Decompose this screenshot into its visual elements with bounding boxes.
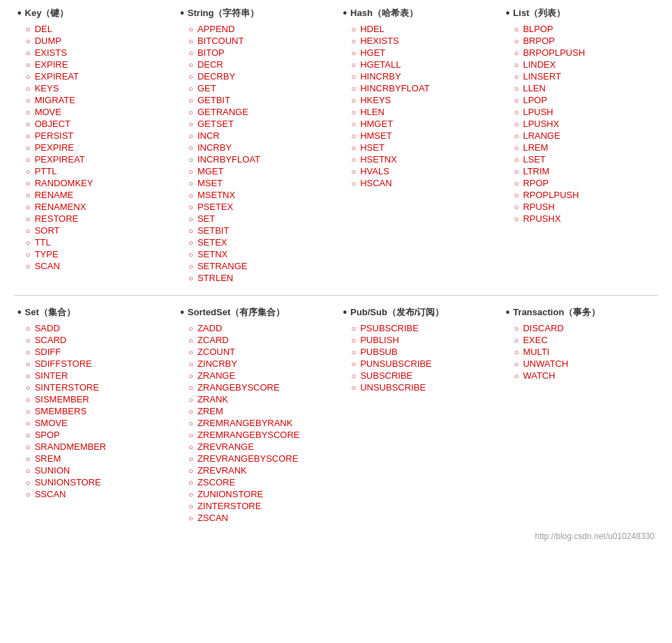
cmd-item[interactable]: STRLEN <box>188 273 332 283</box>
cmd-item[interactable]: HSET <box>352 142 495 153</box>
cmd-item[interactable]: ZREVRANGEBYSCORE <box>188 453 332 464</box>
cmd-item[interactable]: SMEMBERS <box>26 406 170 416</box>
cmd-item[interactable]: ZREMRANGEBYSCORE <box>188 430 332 440</box>
cmd-item[interactable]: ZSCAN <box>188 513 332 523</box>
cmd-item[interactable]: SUBSCRIBE <box>352 370 495 381</box>
cmd-item[interactable]: SDIFFSTORE <box>26 358 170 369</box>
cmd-item[interactable]: HVALS <box>352 166 495 176</box>
cmd-item[interactable]: SUNIONSTORE <box>26 477 170 487</box>
cmd-item[interactable]: SREM <box>26 453 170 464</box>
cmd-item[interactable]: ZREVRANGE <box>188 441 332 452</box>
cmd-item[interactable]: ZRANK <box>188 394 332 404</box>
cmd-item[interactable]: ZRANGEBYSCORE <box>188 382 332 393</box>
cmd-item[interactable]: SETNX <box>188 249 332 259</box>
cmd-item[interactable]: BITOP <box>188 47 332 58</box>
cmd-item[interactable]: LPUSHX <box>514 119 658 129</box>
cmd-item[interactable]: DECRBY <box>188 71 332 82</box>
cmd-item[interactable]: BITCOUNT <box>188 36 332 46</box>
cmd-item[interactable]: RPUSH <box>514 202 658 212</box>
cmd-item[interactable]: LRANGE <box>514 130 658 141</box>
cmd-item[interactable]: PUBLISH <box>352 335 495 345</box>
cmd-item[interactable]: EXEC <box>514 335 658 345</box>
cmd-item[interactable]: PSETEX <box>188 202 332 212</box>
cmd-item[interactable]: SINTERSTORE <box>26 382 170 393</box>
cmd-item[interactable]: SETRANGE <box>188 261 332 271</box>
cmd-item[interactable]: ZSCORE <box>188 477 332 487</box>
cmd-item[interactable]: HMGET <box>352 119 495 129</box>
cmd-item[interactable]: MSET <box>188 178 332 188</box>
cmd-item[interactable]: BRPOPLPUSH <box>514 47 658 58</box>
cmd-item[interactable]: ZREVRANK <box>188 465 332 476</box>
cmd-item[interactable]: EXPIRE <box>26 59 170 70</box>
cmd-item[interactable]: RESTORE <box>26 213 170 224</box>
cmd-item[interactable]: SADD <box>26 323 170 333</box>
cmd-item[interactable]: ZINTERSTORE <box>188 501 332 511</box>
cmd-item[interactable]: SPOP <box>26 430 170 440</box>
cmd-item[interactable]: DUMP <box>26 36 170 46</box>
cmd-item[interactable]: EXISTS <box>26 47 170 58</box>
cmd-item[interactable]: GETBIT <box>188 95 332 105</box>
cmd-item[interactable]: LINDEX <box>514 59 658 70</box>
cmd-item[interactable]: OBJECT <box>26 119 170 129</box>
cmd-item[interactable]: TTL <box>26 237 170 248</box>
cmd-item[interactable]: LREM <box>514 142 658 153</box>
cmd-item[interactable]: KEYS <box>26 83 170 93</box>
cmd-item[interactable]: SUNION <box>26 465 170 476</box>
cmd-item[interactable]: HDEL <box>352 24 495 34</box>
cmd-item[interactable]: LINSERT <box>514 71 658 82</box>
cmd-item[interactable]: LSET <box>514 154 658 165</box>
cmd-item[interactable]: WATCH <box>514 370 658 381</box>
cmd-item[interactable]: DISCARD <box>514 323 658 333</box>
cmd-item[interactable]: SDIFF <box>26 347 170 357</box>
cmd-item[interactable]: HEXISTS <box>352 36 495 46</box>
cmd-item[interactable]: SMOVE <box>26 418 170 428</box>
cmd-item[interactable]: TYPE <box>26 249 170 259</box>
cmd-item[interactable]: HMSET <box>352 130 495 141</box>
cmd-item[interactable]: GETSET <box>188 119 332 129</box>
cmd-item[interactable]: HGET <box>352 47 495 58</box>
cmd-item[interactable]: RENAME <box>26 190 170 200</box>
cmd-item[interactable]: DECR <box>188 59 332 70</box>
cmd-item[interactable]: ZCARD <box>188 335 332 345</box>
cmd-item[interactable]: ZREMRANGEBYRANK <box>188 418 332 428</box>
cmd-item[interactable]: LPOP <box>514 95 658 105</box>
cmd-item[interactable]: HKEYS <box>352 95 495 105</box>
cmd-item[interactable]: HSCAN <box>352 178 495 188</box>
cmd-item[interactable]: HLEN <box>352 107 495 117</box>
cmd-item[interactable]: RPOP <box>514 178 658 188</box>
cmd-item[interactable]: HINCRBYFLOAT <box>352 83 495 93</box>
cmd-item[interactable]: SET <box>188 213 332 224</box>
cmd-item[interactable]: PSUBSCRIBE <box>352 323 495 333</box>
cmd-item[interactable]: PUBSUB <box>352 347 495 357</box>
cmd-item[interactable]: EXPIREAT <box>26 71 170 82</box>
cmd-item[interactable]: BLPOP <box>514 24 658 34</box>
cmd-item[interactable]: LLEN <box>514 83 658 93</box>
cmd-item[interactable]: SINTER <box>26 370 170 381</box>
cmd-item[interactable]: RANDOMKEY <box>26 178 170 188</box>
cmd-item[interactable]: SRANDMEMBER <box>26 441 170 452</box>
cmd-item[interactable]: LTRIM <box>514 166 658 176</box>
cmd-item[interactable]: UNSUBSCRIBE <box>352 382 495 393</box>
cmd-item[interactable]: ZINCRBY <box>188 358 332 369</box>
cmd-item[interactable]: SCARD <box>26 335 170 345</box>
cmd-item[interactable]: HINCRBY <box>352 71 495 82</box>
cmd-item[interactable]: ZUNIONSTORE <box>188 489 332 499</box>
cmd-item[interactable]: GET <box>188 83 332 93</box>
cmd-item[interactable]: PEXPIRE <box>26 142 170 153</box>
cmd-item[interactable]: MIGRATE <box>26 95 170 105</box>
cmd-item[interactable]: ZRANGE <box>188 370 332 381</box>
cmd-item[interactable]: RENAMENX <box>26 202 170 212</box>
cmd-item[interactable]: RPOPLPUSH <box>514 190 658 200</box>
cmd-item[interactable]: ZREM <box>188 406 332 416</box>
cmd-item[interactable]: MULTI <box>514 347 658 357</box>
cmd-item[interactable]: INCRBY <box>188 142 332 153</box>
cmd-item[interactable]: PUNSUBSCRIBE <box>352 358 495 369</box>
cmd-item[interactable]: MSETNX <box>188 190 332 200</box>
cmd-item[interactable]: RPUSHX <box>514 213 658 224</box>
cmd-item[interactable]: SORT <box>26 225 170 236</box>
cmd-item[interactable]: MGET <box>188 166 332 176</box>
cmd-item[interactable]: LPUSH <box>514 107 658 117</box>
cmd-item[interactable]: DEL <box>26 24 170 34</box>
cmd-item[interactable]: SETEX <box>188 237 332 248</box>
cmd-item[interactable]: BRPOP <box>514 36 658 46</box>
